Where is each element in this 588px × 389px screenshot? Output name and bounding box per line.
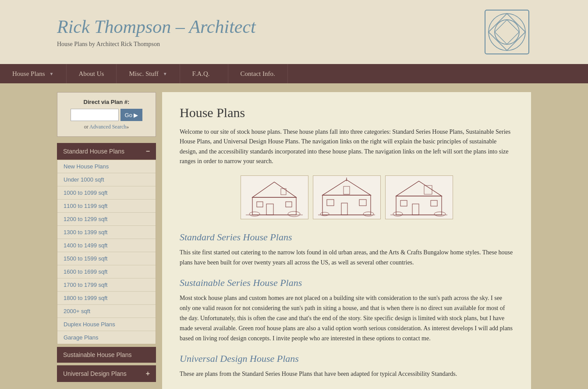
sidebar-link-duplex[interactable]: Duplex House Plans — [57, 318, 156, 331]
svg-marker-6 — [252, 182, 296, 197]
intro-text: Welcome to our site of stock house plans… — [180, 127, 514, 167]
sidebar-link-1700[interactable]: 1700 to 1799 sqft — [57, 278, 156, 292]
sidebar-link-1600[interactable]: 1600 to 1699 sqft — [57, 265, 156, 278]
sidebar-link-garage[interactable]: Garage Plans — [57, 331, 156, 344]
sidebar-section-sustainable: Sustainable House Plans — [57, 347, 156, 363]
svg-rect-27 — [400, 200, 407, 206]
svg-rect-29 — [424, 186, 432, 194]
svg-rect-16 — [341, 203, 347, 215]
search-row: Go ▶ — [63, 109, 150, 121]
adv-search-prefix: or — [84, 124, 89, 130]
section-text-universal: These are plans from the Standard Series… — [180, 369, 514, 379]
header-left: Rick Thompson – Architect House Plans by… — [57, 16, 256, 48]
svg-rect-18 — [359, 200, 366, 206]
nav-about-us[interactable]: About Us — [67, 64, 117, 83]
section-title-universal: Universal Design House Plans — [180, 353, 514, 364]
svg-rect-0 — [485, 10, 529, 54]
house-image-3 — [385, 175, 453, 219]
search-box: Direct via Plan #: Go ▶ or Advanced Sear… — [57, 92, 156, 137]
section-title-sustainable: Sustainable Series House Plans — [180, 277, 514, 289]
nav-house-plans[interactable]: House Plans ▼ — [0, 64, 67, 83]
svg-point-23 — [363, 212, 374, 216]
nav-contact[interactable]: Contact Info. — [228, 64, 288, 83]
svg-rect-9 — [286, 202, 292, 207]
sidebar-toggle-standard: − — [146, 147, 150, 155]
sidebar: Direct via Plan #: Go ▶ or Advanced Sear… — [57, 83, 162, 389]
house-images — [180, 175, 514, 219]
sidebar-section-standard: Standard House Plans − New House Plans U… — [57, 143, 156, 344]
section-text-sustainable: Most stock house plans and custom homes … — [180, 293, 514, 343]
svg-rect-28 — [431, 200, 437, 206]
sidebar-links-standard: New House Plans Under 1000 sqft 1000 to … — [57, 160, 156, 344]
sidebar-link-2000[interactable]: 2000+ sqft — [57, 305, 156, 318]
site-subtitle: House Plans by Architect Rick Thompson — [57, 41, 256, 48]
advanced-search-link[interactable]: Advanced Search — [89, 124, 126, 130]
sidebar-link-1000[interactable]: 1000 to 1099 sqft — [57, 186, 156, 200]
go-button[interactable]: Go ▶ — [120, 109, 143, 121]
sidebar-link-1100[interactable]: 1100 to 1199 sqft — [57, 200, 156, 213]
nav-arrow-house-plans: ▼ — [50, 71, 54, 76]
sidebar-toggle-universal: + — [146, 370, 150, 378]
sidebar-section-sustainable-label: Sustainable House Plans — [63, 351, 131, 358]
sidebar-section-standard-label: Standard House Plans — [63, 148, 124, 155]
svg-marker-25 — [396, 181, 442, 196]
sidebar-section-standard-header[interactable]: Standard House Plans − — [57, 143, 156, 160]
sidebar-section-universal-header[interactable]: Universal Design Plans + — [57, 365, 156, 382]
header-logo — [483, 8, 531, 56]
plan-search-input[interactable] — [71, 109, 119, 121]
svg-rect-20 — [344, 186, 350, 194]
svg-marker-15 — [322, 180, 371, 195]
sidebar-link-new[interactable]: New House Plans — [57, 160, 156, 173]
sidebar-section-universal: Universal Design Plans + — [57, 365, 156, 382]
adv-search-suffix: » — [126, 124, 129, 130]
sidebar-link-1800[interactable]: 1800 to 1999 sqft — [57, 292, 156, 305]
main-nav: House Plans ▼ About Us Misc. Stuff ▼ F.A… — [0, 64, 588, 83]
svg-point-13 — [288, 211, 300, 217]
nav-misc-stuff[interactable]: Misc. Stuff ▼ — [117, 64, 180, 83]
sidebar-section-universal-label: Universal Design Plans — [63, 370, 127, 377]
nav-faq[interactable]: F.A.Q. — [180, 64, 228, 83]
svg-point-22 — [320, 212, 329, 216]
site-title: Rick Thompson – Architect — [57, 16, 256, 37]
svg-rect-17 — [327, 200, 334, 206]
sidebar-link-1500[interactable]: 1500 to 1599 sqft — [57, 252, 156, 265]
svg-point-12 — [249, 212, 260, 216]
house-image-2 — [313, 175, 381, 219]
main-content: House Plans Welcome to our site of stock… — [162, 92, 531, 389]
advanced-search-row: or Advanced Search» — [63, 124, 150, 130]
house-image-1 — [241, 175, 308, 219]
header: Rick Thompson – Architect House Plans by… — [0, 0, 588, 64]
sidebar-link-under1000[interactable]: Under 1000 sqft — [57, 173, 156, 186]
svg-point-32 — [434, 212, 446, 216]
svg-rect-14 — [322, 195, 371, 215]
nav-arrow-misc: ▼ — [163, 71, 167, 76]
svg-rect-26 — [412, 204, 419, 215]
search-label: Direct via Plan #: — [63, 99, 150, 105]
svg-point-3 — [495, 20, 519, 44]
svg-point-31 — [393, 212, 403, 216]
svg-rect-7 — [266, 204, 273, 215]
sidebar-link-1400[interactable]: 1400 to 1499 sqft — [57, 239, 156, 252]
main-wrapper: Direct via Plan #: Go ▶ or Advanced Sear… — [0, 83, 588, 389]
sidebar-link-1300[interactable]: 1300 to 1399 sqft — [57, 226, 156, 239]
svg-rect-8 — [257, 202, 263, 207]
sidebar-link-1200[interactable]: 1200 to 1299 sqft — [57, 213, 156, 226]
section-title-standard: Standard Series House Plans — [180, 232, 514, 243]
page-title: House Plans — [180, 105, 514, 120]
sidebar-section-sustainable-header[interactable]: Sustainable House Plans — [57, 347, 156, 363]
section-text-standard: This site first started out catering to … — [180, 247, 514, 268]
svg-point-1 — [489, 14, 525, 50]
